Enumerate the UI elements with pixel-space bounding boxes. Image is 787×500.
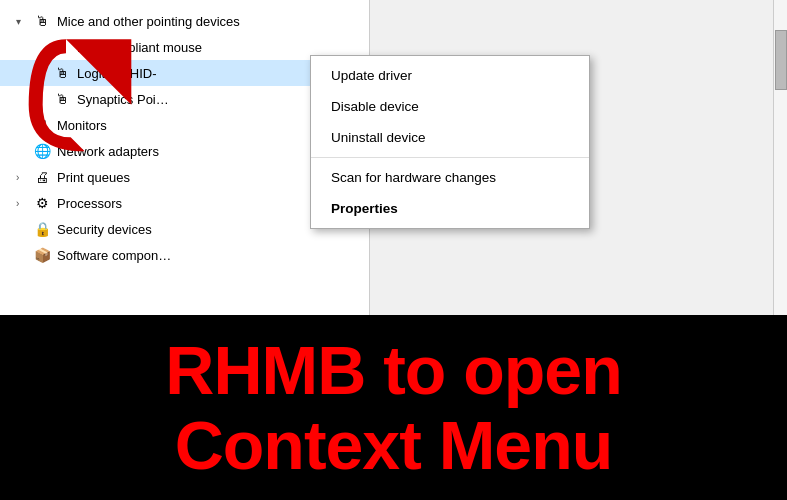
context-menu-item[interactable]: Disable device [311, 91, 589, 122]
bottom-text-line2: Context Menu [175, 408, 613, 483]
tree-item-label: Software compon… [57, 248, 171, 263]
context-menu-item[interactable]: Uninstall device [311, 122, 589, 153]
screenshot-area: ▾🖱Mice and other pointing devices🖱HID-co… [0, 0, 787, 320]
context-menu-item[interactable]: Scan for hardware changes [311, 162, 589, 193]
tree-item-label: Print queues [57, 170, 130, 185]
menu-divider [311, 157, 589, 158]
tree-item[interactable]: 📦Software compon… [0, 242, 369, 268]
context-menu-item[interactable]: Update driver [311, 60, 589, 91]
tree-item-label: Security devices [57, 222, 152, 237]
tree-item-label: Mice and other pointing devices [57, 14, 240, 29]
context-menu: Update driverDisable deviceUninstall dev… [310, 55, 590, 229]
device-icon: 🔒 [32, 219, 52, 239]
chevron-icon: › [16, 198, 32, 209]
device-icon: 🖱 [32, 11, 52, 31]
device-icon: 📦 [32, 245, 52, 265]
chevron-icon: › [16, 172, 32, 183]
scrollbar-thumb[interactable] [775, 30, 787, 90]
context-menu-item[interactable]: Properties [311, 193, 589, 224]
bottom-text-line1: RHMB to open [165, 333, 621, 408]
tree-item-label: Processors [57, 196, 122, 211]
chevron-icon: ▾ [16, 16, 32, 27]
device-icon: 🖨 [32, 167, 52, 187]
svg-marker-0 [66, 39, 131, 104]
device-icon: ⚙ [32, 193, 52, 213]
bottom-text-area: RHMB to open Context Menu [0, 315, 787, 500]
scrollbar[interactable] [773, 0, 787, 320]
